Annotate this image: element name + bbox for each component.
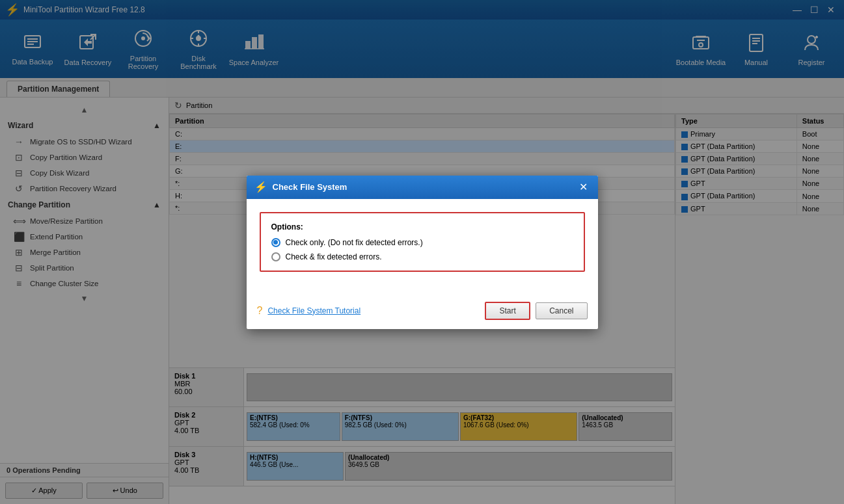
modal-close-icon[interactable]: ✕ <box>577 181 590 194</box>
radio-check-fix[interactable]: Check & fix detected errors. <box>271 252 573 261</box>
options-label: Options: <box>271 222 573 232</box>
start-button[interactable]: Start <box>485 302 530 320</box>
modal-header: ⚡ Check File System ✕ <box>247 176 598 199</box>
check-file-system-dialog: ⚡ Check File System ✕ Options: Check onl… <box>247 176 598 329</box>
modal-title: Check File System <box>273 182 572 192</box>
modal-body: Options: Check only. (Do not fix detecte… <box>247 199 598 295</box>
radio-check-fix-circle <box>271 252 280 261</box>
cancel-button[interactable]: Cancel <box>536 302 587 319</box>
help-icon: ? <box>257 305 263 317</box>
radio-check-only[interactable]: Check only. (Do not fix detected errors.… <box>271 238 573 247</box>
modal-overlay: ⚡ Check File System ✕ Options: Check onl… <box>0 0 844 504</box>
modal-header-icon: ⚡ <box>254 181 267 193</box>
radio-check-only-label: Check only. (Do not fix detected errors.… <box>286 238 423 247</box>
radio-check-only-circle <box>271 238 280 247</box>
radio-check-fix-label: Check & fix detected errors. <box>286 252 382 261</box>
modal-footer: ? Check File System Tutorial Start Cance… <box>247 295 598 329</box>
check-file-system-tutorial-link[interactable]: Check File System Tutorial <box>267 306 361 315</box>
options-box: Options: Check only. (Do not fix detecte… <box>260 212 585 272</box>
